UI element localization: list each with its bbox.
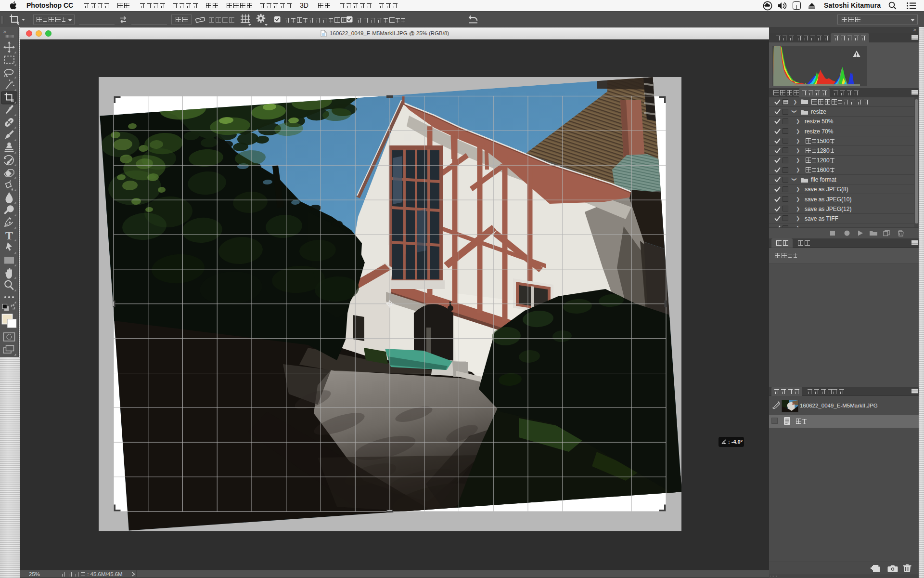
svg-text:»: » — [3, 28, 6, 34]
svg-text:T: T — [5, 229, 13, 242]
